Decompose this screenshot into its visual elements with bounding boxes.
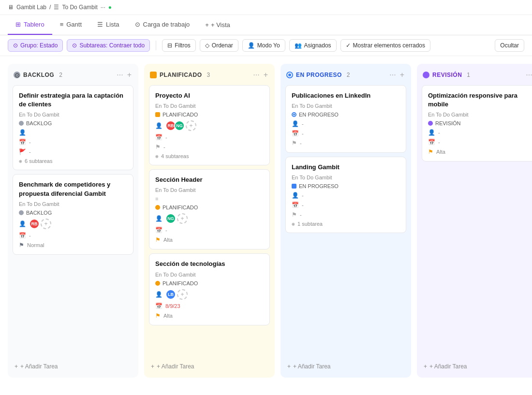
card-seccion-tecnologias[interactable]: Sección de tecnologías En To Do Gambit P… — [149, 253, 270, 325]
planificado-status-dot — [150, 72, 157, 78]
avatars: RB NG + — [165, 120, 196, 131]
card-meta-priority: ⚑ - — [292, 140, 400, 146]
card-meta-date: 📅 - — [292, 202, 400, 208]
card-meta-priority: ⚑ Alta — [428, 148, 532, 155]
tab-tablero[interactable]: ⊞ Tablero — [8, 15, 52, 35]
avatar-ng: NG — [174, 120, 185, 131]
ordenar-button[interactable]: ◇ Ordenar — [200, 39, 238, 52]
board-more[interactable]: ··· — [101, 4, 105, 11]
flag-icon: ⚑ — [155, 236, 161, 243]
avatar-add[interactable]: + — [177, 289, 188, 300]
revision-more-button[interactable]: ··· — [525, 71, 532, 79]
en-progreso-status-dot — [286, 72, 293, 78]
card-definir-estrategia[interactable]: Definir estrategia para la captación de … — [13, 85, 133, 170]
card-proyecto-ai[interactable]: Proyecto AI En To Do Gambit PLANIFICADO … — [149, 85, 270, 165]
backlog-add-task-button[interactable]: + + Añadir Tarea — [13, 360, 133, 373]
calendar-icon: 📅 — [292, 130, 299, 137]
avatar-add[interactable]: + — [186, 120, 196, 131]
plus-icon: + — [287, 363, 291, 370]
revision-add-task-button[interactable]: + + Añadir Tarea — [422, 360, 532, 373]
sort-icon: ◇ — [205, 42, 209, 49]
card-status: BACKLOG — [19, 120, 127, 126]
flag-icon: ⚑ — [292, 211, 297, 218]
user-icon: 👤 — [248, 42, 255, 49]
column-header-en-progreso: EN PROGRESO 2 ··· + — [285, 69, 406, 81]
card-benchmark[interactable]: Benchmark de competidores y propuesta di… — [13, 174, 133, 254]
card-status: EN PROGRESO — [292, 183, 400, 189]
card-publicaciones-linkedin[interactable]: Publicaciones en LinkedIn En To Do Gambi… — [285, 85, 406, 153]
flag-icon: ⚑ — [155, 312, 161, 319]
calendar-icon: 📅 — [19, 232, 26, 239]
en-progreso-add-button[interactable]: + — [399, 71, 405, 79]
subtareas-icon: ⎈ — [19, 158, 22, 164]
board-label[interactable]: To Do Gambit — [62, 4, 97, 11]
card-meta-priority: ⚑ Alta — [155, 312, 264, 319]
backlog-add-button[interactable]: + — [126, 71, 133, 79]
en-progreso-add-task-button[interactable]: + + Añadir Tarea — [285, 360, 406, 373]
card-meta-assignee: 👤 - — [292, 120, 400, 127]
card-meta-priority: ⚑ - — [292, 211, 400, 218]
flag-icon: 🚩 — [19, 148, 26, 155]
revision-cards: Optimización responsive para mobile En T… — [422, 85, 532, 356]
card-optimizacion-responsive[interactable]: Optimización responsive para mobile En T… — [422, 85, 532, 161]
status-dot — [155, 281, 160, 286]
ocultar-button[interactable]: Ocultar — [495, 39, 524, 52]
avatar-add[interactable]: + — [177, 213, 188, 224]
status-dot — [155, 112, 160, 117]
grupo-estado-button[interactable]: ⊙ Grupo: Estado — [8, 39, 63, 52]
tab-lista[interactable]: ☰ Lista — [89, 15, 127, 35]
status-dot — [155, 205, 160, 210]
lista-icon: ☰ — [97, 21, 103, 28]
card-seccion-header[interactable]: Sección Header En To Do Gambit ≡ PLANIFI… — [149, 169, 270, 249]
status-dot — [428, 121, 433, 126]
subtareas-icon: ⎈ — [155, 153, 159, 159]
plus-icon: + — [151, 363, 154, 370]
workspace-label[interactable]: Gambit Lab — [16, 4, 46, 11]
backlog-more-button[interactable]: ··· — [116, 71, 124, 79]
card-meta-priority: ⚑ Alta — [155, 236, 264, 243]
flag-icon: ⚑ — [19, 242, 24, 249]
status-icon: ● — [108, 4, 112, 11]
card-meta-priority: 🚩 - — [19, 148, 127, 155]
calendar-icon: 📅 — [19, 139, 26, 146]
card-meta-priority: ⚑ - — [155, 144, 264, 150]
subtareas-icon: ⎈ — [292, 221, 295, 227]
card-meta-date: 📅 - — [19, 139, 127, 146]
tab-gantt[interactable]: ≡ Gantt — [52, 15, 89, 35]
avatar-lb: LB — [165, 289, 176, 300]
flag-icon: ⚑ — [292, 140, 297, 146]
user-icon: 👤 — [428, 129, 435, 136]
column-header-planificado: PLANIFICADO 3 ··· + — [149, 69, 270, 81]
card-status: EN PROGRESO — [292, 112, 400, 117]
subtareas-button[interactable]: ⊙ Subtareas: Contraer todo — [67, 39, 150, 52]
en-progreso-more-button[interactable]: ··· — [388, 71, 397, 79]
card-meta-date: 📅 - — [155, 134, 264, 141]
subtareas-icon: ⊙ — [72, 42, 77, 49]
subtareas-row: ⎈ 4 subtareas — [155, 153, 264, 159]
mostrar-cerrados-button[interactable]: ✓ Mostrar elementos cerrados — [340, 39, 430, 52]
avatar-ng: NG — [165, 213, 176, 224]
asignados-button[interactable]: 👥 Asignados — [289, 39, 337, 52]
calendar-icon: 📅 — [292, 202, 299, 208]
planificado-add-button[interactable]: + — [263, 71, 269, 79]
nav-tabs: ⊞ Tablero ≡ Gantt ☰ Lista ⊙ Carga de tra… — [0, 15, 532, 35]
tab-carga[interactable]: ⊙ Carga de trabajo — [127, 15, 198, 35]
avatars: RB + — [29, 219, 51, 229]
avatars: LB + — [165, 289, 188, 300]
carga-icon: ⊙ — [135, 21, 140, 28]
tab-add-view[interactable]: + + Vista — [197, 15, 237, 34]
card-landing-gambit[interactable]: Landing Gambit En To Do Gambit EN PROGRE… — [285, 157, 406, 233]
card-meta-date: 📅 - — [428, 139, 532, 146]
column-header-revision: REVISIÓN 1 ··· + — [422, 69, 532, 81]
planificado-more-button[interactable]: ··· — [252, 71, 260, 79]
plus-icon: + — [15, 363, 18, 370]
avatar-add[interactable]: + — [41, 219, 51, 229]
planificado-add-task-button[interactable]: + + Añadir Tarea — [149, 360, 270, 373]
card-meta-assignee: 👤 NG + — [155, 213, 264, 224]
card-status: REVISIÓN — [428, 120, 532, 126]
column-revision: REVISIÓN 1 ··· + Optimización responsive… — [417, 64, 532, 378]
modo-yo-button[interactable]: 👤 Modo Yo — [242, 39, 285, 52]
filtros-button[interactable]: ⊟ Filtros — [162, 39, 196, 52]
card-status: PLANIFICADO — [155, 112, 264, 117]
avatars: NG + — [165, 213, 188, 224]
